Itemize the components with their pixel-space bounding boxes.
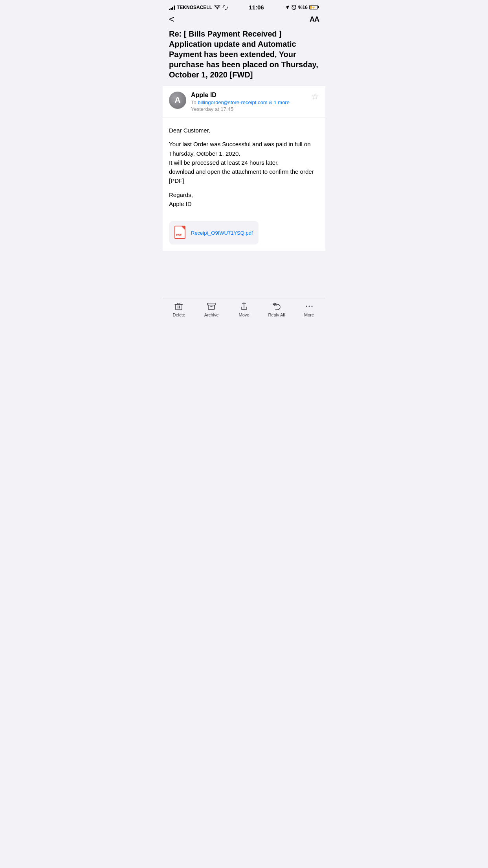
delete-label: Delete	[173, 313, 185, 317]
battery-percent: %16	[298, 5, 308, 10]
star-button[interactable]: ☆	[311, 92, 319, 101]
back-button[interactable]: <	[169, 15, 174, 24]
status-right: %16 ⚡	[285, 5, 319, 10]
svg-point-5	[306, 306, 307, 307]
more-button[interactable]: More	[293, 302, 325, 317]
battery-icon: ⚡	[309, 5, 319, 9]
delete-icon	[174, 302, 183, 311]
email-body: Dear Customer, Your last Order was Succe…	[163, 118, 325, 216]
sender-to: To billingorder@store-receipt.com & 1 mo…	[191, 99, 306, 105]
status-left: TEKNOSACELL	[169, 5, 228, 10]
reply-all-label: Reply All	[268, 313, 285, 317]
reply-all-button[interactable]: Reply All	[260, 302, 293, 317]
move-button[interactable]: Move	[228, 302, 261, 317]
archive-label: Archive	[204, 313, 219, 317]
time-display: 11:06	[249, 4, 264, 11]
attachment-box[interactable]: PDF Receipt_O9IWU71YSQ.pdf	[169, 221, 259, 245]
reply-all-icon	[272, 302, 281, 311]
move-icon	[239, 302, 249, 311]
bottom-toolbar: Delete Archive Move Reply All M	[163, 298, 325, 325]
pdf-text-icon: PDF	[176, 233, 186, 237]
archive-button[interactable]: Archive	[195, 302, 228, 317]
sender-row: A Apple ID To billingorder@store-receipt…	[163, 86, 325, 118]
email-subject-area: Re: [ Bills Payment Received ] Applicati…	[163, 29, 325, 86]
sender-timestamp: Yesterday at 17:45	[191, 106, 306, 112]
email-greeting: Dear Customer,	[169, 126, 319, 135]
svg-point-0	[223, 5, 227, 9]
svg-rect-3	[176, 304, 182, 310]
nav-bar: < AA	[163, 13, 325, 29]
svg-point-6	[308, 306, 310, 307]
text-size-button[interactable]: AA	[310, 15, 319, 24]
email-regards: Regards, Apple ID	[169, 190, 319, 209]
svg-rect-4	[207, 303, 215, 305]
archive-icon	[207, 302, 216, 311]
alarm-icon	[291, 5, 297, 10]
svg-text:PDF: PDF	[176, 234, 182, 237]
to-email[interactable]: billingorder@store-receipt.com & 1 more	[198, 99, 290, 105]
avatar: A	[169, 92, 186, 109]
email-subject: Re: [ Bills Payment Received ] Applicati…	[169, 29, 319, 80]
sender-info: Apple ID To billingorder@store-receipt.c…	[191, 92, 306, 112]
email-paragraph1: Your last Order was Successful and was p…	[169, 140, 319, 185]
attachment-area: PDF Receipt_O9IWU71YSQ.pdf	[163, 216, 325, 251]
status-bar: TEKNOSACELL 11:06 %16 ⚡	[163, 0, 325, 13]
carrier-label: TEKNOSACELL	[177, 5, 212, 10]
delete-button[interactable]: Delete	[163, 302, 195, 317]
more-icon	[305, 302, 314, 311]
activity-icon	[222, 5, 228, 10]
move-label: Move	[239, 313, 250, 317]
signal-icon	[169, 5, 175, 10]
to-label: To	[191, 99, 196, 105]
gray-spacer	[163, 251, 325, 298]
attachment-filename: Receipt_O9IWU71YSQ.pdf	[191, 230, 253, 236]
wifi-icon	[214, 5, 220, 10]
pdf-icon: PDF	[174, 226, 187, 240]
more-label: More	[304, 313, 314, 317]
email-content: A Apple ID To billingorder@store-receipt…	[163, 86, 325, 251]
svg-point-7	[311, 306, 312, 307]
avatar-letter: A	[169, 92, 186, 109]
location-icon	[285, 5, 290, 10]
sender-name: Apple ID	[191, 92, 306, 99]
